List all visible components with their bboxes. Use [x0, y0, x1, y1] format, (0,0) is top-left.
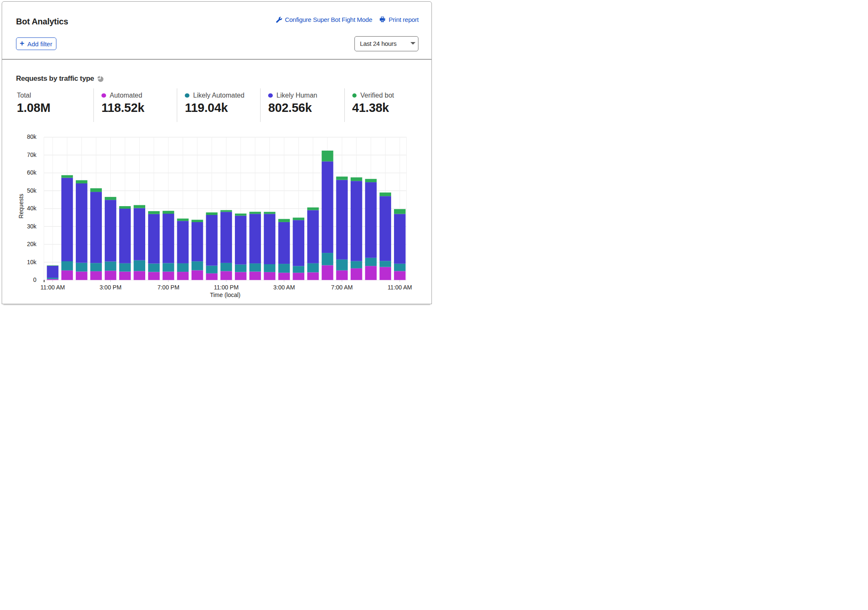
- svg-text:7:00 AM: 7:00 AM: [331, 284, 353, 291]
- svg-text:Requests: Requests: [18, 194, 24, 218]
- svg-text:60k: 60k: [27, 169, 37, 176]
- svg-text:40k: 40k: [27, 205, 37, 212]
- svg-text:50k: 50k: [27, 187, 37, 194]
- svg-text:3:00 AM: 3:00 AM: [273, 284, 295, 291]
- svg-text:10k: 10k: [27, 259, 37, 265]
- svg-text:80k: 80k: [27, 133, 37, 140]
- svg-text:30k: 30k: [27, 223, 37, 230]
- svg-text:3:00 PM: 3:00 PM: [99, 284, 121, 291]
- svg-text:11:00 PM: 11:00 PM: [214, 284, 239, 291]
- svg-text:20k: 20k: [27, 241, 37, 247]
- svg-text:11:00 AM: 11:00 AM: [388, 284, 412, 291]
- svg-text:7:00 PM: 7:00 PM: [157, 284, 179, 291]
- svg-text:Time (local): Time (local): [210, 292, 241, 298]
- svg-text:11:00 AM: 11:00 AM: [40, 284, 65, 291]
- svg-text:0: 0: [33, 276, 37, 283]
- svg-text:70k: 70k: [27, 151, 37, 158]
